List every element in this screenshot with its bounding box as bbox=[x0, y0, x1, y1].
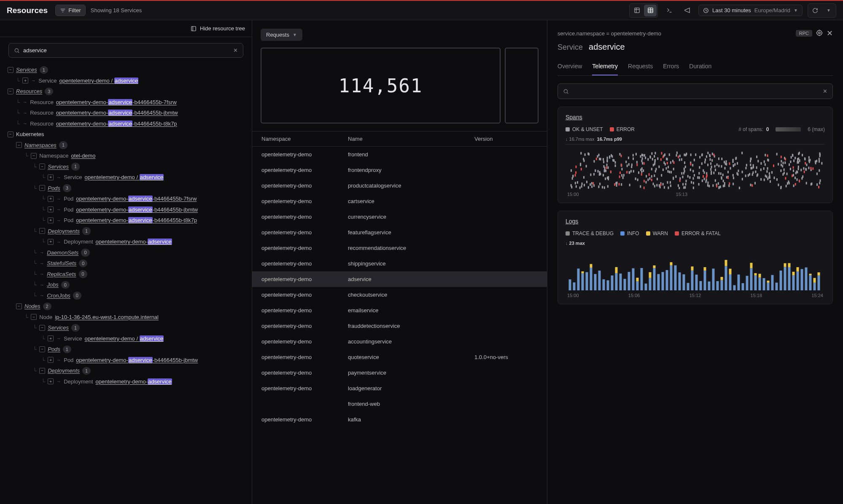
expand-toggle[interactable]: − bbox=[8, 88, 13, 94]
table-row[interactable]: opentelemetry-demo frontendproxy bbox=[252, 162, 547, 178]
tree-empty-cat[interactable]: └ → CronJobs 0 bbox=[8, 290, 247, 301]
expand-toggle[interactable]: − bbox=[39, 325, 45, 331]
tree-node-deployment-item[interactable]: └+ → Deployment opentelemetry-demo-adser… bbox=[8, 376, 247, 387]
legend-fatal[interactable]: ERROR & FATAL bbox=[675, 231, 721, 236]
refresh-button[interactable] bbox=[809, 5, 821, 16]
announce-button[interactable] bbox=[681, 5, 693, 16]
spans-title[interactable]: Spans bbox=[566, 114, 582, 121]
tree-search-input[interactable] bbox=[23, 47, 230, 54]
table-row[interactable]: opentelemetry-demo paymentservice bbox=[252, 365, 547, 381]
legend-error[interactable]: ERROR bbox=[610, 126, 635, 132]
tree-pod-item[interactable]: └+ → Pod opentelemetry-demo-adservice-b4… bbox=[8, 204, 247, 215]
logs-title[interactable]: Logs bbox=[566, 218, 578, 225]
tree-nodes[interactable]: − Nodes 2 bbox=[8, 301, 247, 312]
tree-namespace-item[interactable]: └− Namespace otel-demo bbox=[8, 150, 247, 161]
legend-ok[interactable]: OK & UNSET bbox=[566, 126, 603, 132]
header-namespace[interactable]: Namespace bbox=[261, 136, 348, 142]
tree-node-services[interactable]: └− Services 1 bbox=[8, 322, 247, 333]
clear-search-button[interactable]: ✕ bbox=[233, 47, 238, 54]
tree-empty-cat[interactable]: └ → DaemonSets 0 bbox=[8, 247, 247, 258]
expand-toggle[interactable]: + bbox=[22, 78, 28, 83]
expand-toggle[interactable]: + bbox=[48, 335, 54, 341]
expand-toggle[interactable]: − bbox=[31, 314, 37, 320]
expand-toggle[interactable]: + bbox=[48, 206, 54, 212]
header-version[interactable]: Version bbox=[474, 136, 538, 142]
table-row[interactable]: opentelemetry-demo frauddetectionservice bbox=[252, 318, 547, 334]
expand-toggle[interactable]: − bbox=[39, 368, 45, 374]
tree-pod-item[interactable]: └+ → Pod opentelemetry-demo-adservice-b4… bbox=[8, 193, 247, 204]
expand-toggle[interactable]: + bbox=[48, 174, 54, 180]
tree-node-deployments[interactable]: └− Deployments 1 bbox=[8, 365, 247, 376]
tree-node-pod-item[interactable]: └+ → Pod opentelemetry-demo-adservice-b4… bbox=[8, 355, 247, 366]
expand-toggle[interactable]: − bbox=[8, 131, 13, 137]
tree-kubernetes[interactable]: − Kubernetes bbox=[8, 129, 247, 140]
tree-pod-item[interactable]: └+ → Pod opentelemetry-demo-adservice-b4… bbox=[8, 215, 247, 226]
tree-node-service-item[interactable]: └+ → Service opentelemetry-demo / adserv… bbox=[8, 333, 247, 344]
legend-info[interactable]: INFO bbox=[620, 231, 639, 236]
tree-ns-pods[interactable]: └− Pods 3 bbox=[8, 183, 247, 194]
table-row[interactable]: opentelemetry-demo checkoutservice bbox=[252, 287, 547, 303]
tree-deployment-item[interactable]: └+ → Deployment opentelemetry-demo-adser… bbox=[8, 236, 247, 247]
spans-chart[interactable] bbox=[566, 147, 825, 189]
header-name[interactable]: Name bbox=[348, 136, 474, 142]
target-icon[interactable] bbox=[816, 29, 823, 38]
expand-toggle[interactable]: + bbox=[48, 239, 54, 245]
tree-resource-item[interactable]: └ → Resource opentelemetry-demo-adservic… bbox=[8, 97, 247, 108]
time-range-picker[interactable]: Last 30 minutes Europe/Madrid ▼ bbox=[698, 5, 803, 16]
filter-button[interactable]: Filter bbox=[55, 5, 86, 16]
detail-search-input[interactable] bbox=[572, 88, 819, 94]
table-row[interactable]: opentelemetry-demo shippingservice bbox=[252, 256, 547, 271]
expand-toggle[interactable]: − bbox=[16, 303, 22, 309]
tree-namespaces[interactable]: − Namespaces 1 bbox=[8, 140, 247, 151]
tree-search[interactable]: ✕ bbox=[8, 43, 243, 58]
table-row[interactable]: opentelemetry-demo currencyservice bbox=[252, 209, 547, 225]
table-row[interactable]: opentelemetry-demo adservice bbox=[252, 271, 547, 287]
table-row[interactable]: frontend-web bbox=[252, 396, 547, 412]
expand-toggle[interactable]: + bbox=[48, 378, 54, 384]
table-row[interactable]: opentelemetry-demo emailservice bbox=[252, 303, 547, 318]
tree-resource-item[interactable]: └ → Resource opentelemetry-demo-adservic… bbox=[8, 107, 247, 118]
expand-toggle[interactable]: − bbox=[16, 142, 22, 148]
expand-toggle[interactable]: + bbox=[48, 196, 54, 202]
expand-toggle[interactable]: − bbox=[8, 67, 13, 73]
tree-services[interactable]: − Services 1 bbox=[8, 64, 247, 75]
table-row[interactable]: opentelemetry-demo quoteservice 1.0.0+no… bbox=[252, 349, 547, 365]
tree-empty-cat[interactable]: └ → StatefulSets 0 bbox=[8, 258, 247, 269]
expand-toggle[interactable]: + bbox=[48, 357, 54, 363]
tree-empty-cat[interactable]: └ → ReplicaSets 0 bbox=[8, 269, 247, 280]
terminal-button[interactable] bbox=[663, 5, 676, 16]
tree-ns-services[interactable]: └− Services 1 bbox=[8, 161, 247, 172]
tree-ns-service-item[interactable]: └+ → Service opentelemetry-demo / adserv… bbox=[8, 172, 247, 183]
tree-resources[interactable]: − Resources 3 bbox=[8, 86, 247, 97]
table-row[interactable]: opentelemetry-demo cartservice bbox=[252, 193, 547, 209]
table-row[interactable]: opentelemetry-demo featureflagservice bbox=[252, 225, 547, 240]
table-row[interactable]: opentelemetry-demo loadgenerator bbox=[252, 381, 547, 396]
table-row[interactable]: opentelemetry-demo accountingservice bbox=[252, 334, 547, 349]
tab-telemetry[interactable]: Telemetry bbox=[592, 59, 618, 75]
detail-search[interactable]: ✕ bbox=[558, 83, 833, 99]
logs-chart[interactable] bbox=[566, 248, 825, 290]
table-row[interactable]: opentelemetry-demo frontend bbox=[252, 147, 547, 162]
metric-dropdown[interactable]: Requests ▼ bbox=[261, 29, 302, 41]
table-row[interactable]: opentelemetry-demo kafka bbox=[252, 412, 547, 427]
tab-errors[interactable]: Errors bbox=[663, 59, 679, 75]
tab-overview[interactable]: Overview bbox=[558, 59, 582, 75]
tree-ns-deployments[interactable]: └− Deployments 1 bbox=[8, 226, 247, 237]
tree-resource-item[interactable]: └ → Resource opentelemetry-demo-adservic… bbox=[8, 118, 247, 129]
expand-toggle[interactable]: + bbox=[48, 217, 54, 223]
close-detail-button[interactable]: ✕ bbox=[827, 29, 833, 38]
expand-toggle[interactable]: − bbox=[39, 346, 45, 352]
expand-toggle[interactable]: − bbox=[39, 164, 45, 169]
tree-service-item[interactable]: └+ → Service opentelemetry-demo / adserv… bbox=[8, 75, 247, 86]
tree-node-item[interactable]: └− Node ip-10-1-36-245.eu-west-1.compute… bbox=[8, 312, 247, 323]
tab-duration[interactable]: Duration bbox=[689, 59, 711, 75]
legend-warn[interactable]: WARN bbox=[646, 231, 668, 236]
table-row[interactable]: opentelemetry-demo productcatalogservice bbox=[252, 178, 547, 193]
tree-node-pods[interactable]: └− Pods 1 bbox=[8, 344, 247, 355]
clear-button[interactable]: ✕ bbox=[823, 88, 827, 94]
legend-trace[interactable]: TRACE & DEBUG bbox=[566, 231, 614, 236]
expand-toggle[interactable]: − bbox=[39, 228, 45, 234]
tree-empty-cat[interactable]: └ → Jobs 0 bbox=[8, 279, 247, 290]
tab-requests[interactable]: Requests bbox=[628, 59, 653, 75]
expand-toggle[interactable]: − bbox=[31, 153, 37, 159]
